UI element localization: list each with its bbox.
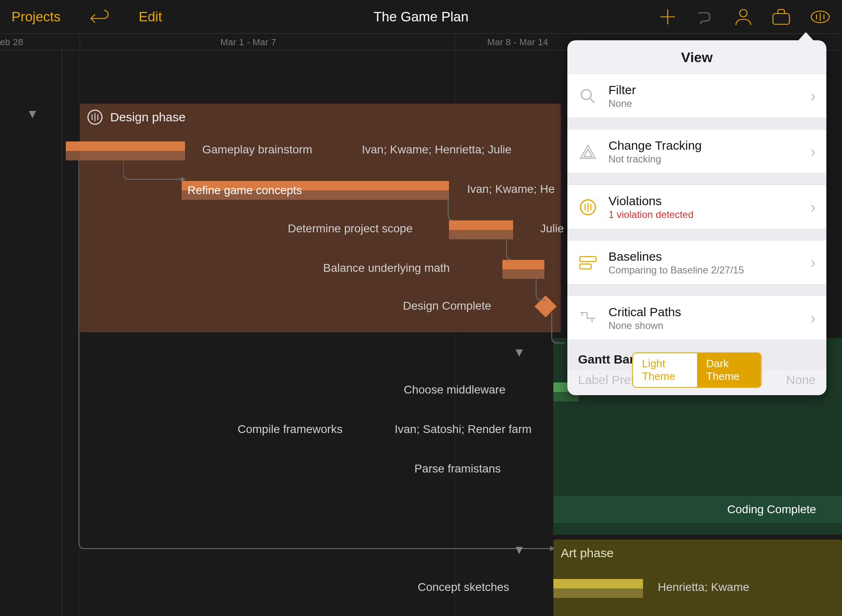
milestone-coding-complete[interactable]: Coding Complete [553,496,842,523]
violation-icon [87,109,103,125]
view-popover: View Filter None › Change Tracking Not t… [567,40,826,395]
light-theme-option[interactable]: Light Theme [633,353,697,387]
ruler-label: Mar 8 - Mar 14 [487,37,548,48]
phase-design-header[interactable]: Design phase [80,104,561,131]
view-button[interactable] [810,8,830,26]
menu-change-tracking[interactable]: Change Tracking Not tracking › [567,129,826,173]
chevron-right-icon: › [810,310,816,327]
phase-art-header[interactable]: Art phase [553,540,842,567]
menu-baselines[interactable]: Baselines Comparing to Baseline 2/27/15 … [567,240,826,284]
critical-path-icon [578,308,598,328]
task-label: Choose middleware [404,383,505,396]
projects-button[interactable]: Projects [12,9,60,25]
svg-rect-6 [580,257,596,262]
toolbar: Projects Edit The Game Plan [0,0,842,34]
menu-critical-paths[interactable]: Critical Paths None shown › [567,296,826,340]
menu-violations[interactable]: Violations 1 violation detected › [567,185,826,229]
chevron-down-icon[interactable]: ▼ [513,345,525,359]
edit-button[interactable]: Edit [139,9,162,25]
violation-icon [578,197,598,217]
task-assignees: Ivan; Satoshi; Render farm [395,423,532,436]
add-button[interactable] [659,8,677,26]
task-label: Concept sketches [418,581,509,594]
task-assignees: Henrietta; Kwame [658,581,749,594]
task-label: Parse framistans [414,462,501,475]
chevron-down-icon[interactable]: ▼ [513,543,525,557]
triangle-icon [578,142,598,162]
chevron-right-icon: › [810,88,816,105]
dark-theme-option[interactable]: Dark Theme [697,353,761,387]
label-prefix-value: None [786,373,816,387]
chevron-right-icon: › [810,143,816,161]
theme-toggle[interactable]: Light Theme Dark Theme [632,352,762,388]
path-icon[interactable] [696,9,715,25]
menu-filter[interactable]: Filter None › [567,74,826,118]
ruler-label: eb 28 [0,37,23,48]
page-title: The Game Plan [373,9,468,25]
svg-point-4 [581,90,591,100]
chevron-down-icon[interactable]: ▼ [26,107,39,121]
svg-rect-7 [580,264,591,269]
task-label: Compile frameworks [238,423,342,436]
person-icon[interactable] [734,8,752,26]
task-concept-sketches[interactable] [553,579,643,598]
popover-title: View [567,40,826,74]
undo-button[interactable] [89,9,110,25]
ruler-label: Mar 1 - Mar 7 [220,37,276,48]
task-label: Gameplay brainstorm [202,143,312,156]
chevron-right-icon: › [810,254,816,272]
svg-rect-1 [773,14,789,24]
chevron-right-icon: › [810,199,816,216]
svg-point-0 [740,9,747,17]
baselines-icon [578,253,598,273]
briefcase-icon[interactable] [771,8,791,26]
search-icon [578,86,598,106]
task-assignees: Ivan; Kwame; Henrietta; Julie [362,143,511,156]
